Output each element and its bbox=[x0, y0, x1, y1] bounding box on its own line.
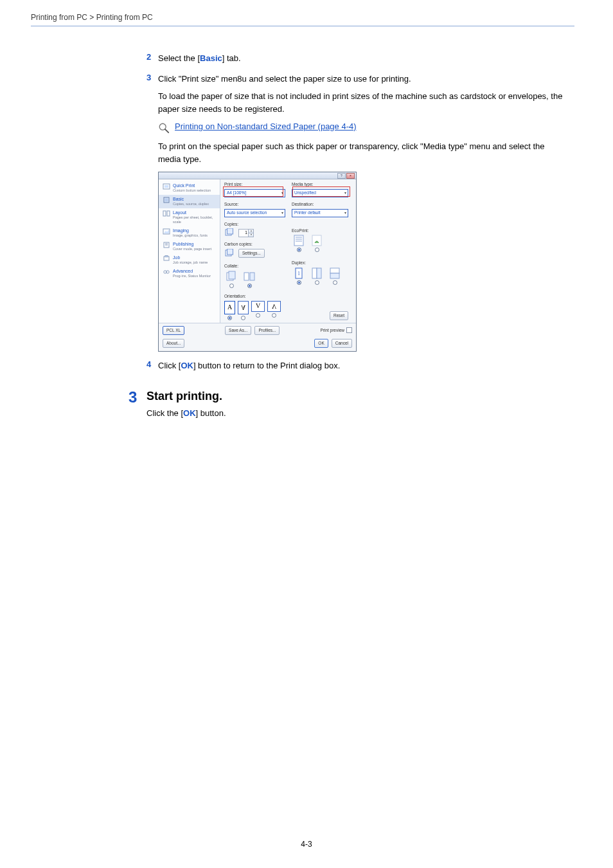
step-2-number: 2 bbox=[147, 52, 158, 62]
sidebar-item-advanced[interactable]: AdvancedProg-ins, Status Monitor bbox=[159, 267, 220, 280]
big-step-3-title: Start printing. bbox=[147, 390, 226, 403]
sidebar-item-sub: Copies, source, duplex bbox=[173, 202, 209, 206]
big-step-3: 3 Start printing. Click the [OK] button. bbox=[129, 390, 568, 418]
step-3: 3 Click "Print size" men8u and select th… bbox=[147, 73, 568, 86]
dialog-sidebar: Quick PrintCustom button selection Basic… bbox=[159, 179, 220, 323]
dialog-main: Print size: A4 [100%]▾ Source: Auto sour… bbox=[220, 179, 356, 323]
save-as-button[interactable]: Save As... bbox=[225, 326, 251, 335]
radio-icon bbox=[229, 284, 234, 288]
svg-rect-5 bbox=[165, 198, 168, 201]
sidebar-item-layout[interactable]: LayoutPages per sheet, booklet, scale bbox=[159, 208, 220, 226]
svg-rect-24 bbox=[250, 273, 254, 280]
collate-opt-on[interactable] bbox=[242, 271, 256, 288]
sidebar-item-label: Publishing bbox=[173, 242, 211, 247]
sidebar-item-imaging[interactable]: ImagingImage, graphics, fonts bbox=[159, 226, 220, 240]
settings-button[interactable]: Settings... bbox=[238, 249, 265, 258]
sidebar-item-basic[interactable]: BasicCopies, source, duplex bbox=[159, 195, 220, 208]
orientation-portrait-rotated[interactable]: A bbox=[238, 301, 249, 320]
sidebar-item-publishing[interactable]: PublishingCover mode, page insert bbox=[159, 240, 220, 253]
orientation-landscape-rotated[interactable]: V bbox=[267, 301, 281, 320]
big-step-3-link-ok: OK bbox=[183, 408, 196, 418]
chevron-down-icon: ▾ bbox=[344, 211, 346, 215]
radio-icon bbox=[333, 280, 337, 285]
svg-rect-18 bbox=[227, 228, 233, 234]
advanced-icon bbox=[163, 269, 170, 275]
basic-icon bbox=[163, 197, 170, 203]
sidebar-item-job[interactable]: JobJob storage, job name bbox=[159, 253, 220, 267]
svg-rect-34 bbox=[330, 268, 339, 273]
svg-rect-14 bbox=[165, 255, 168, 257]
imaging-icon bbox=[163, 228, 170, 235]
step-2: 2 Select the [Basic] tab. bbox=[147, 52, 568, 65]
copies-spinner[interactable]: 1 ▴▾ bbox=[238, 229, 254, 237]
ecoprint-off[interactable] bbox=[292, 235, 306, 252]
step-3-number: 3 bbox=[147, 73, 158, 82]
label-copies: Copies: bbox=[224, 222, 285, 227]
combo-source[interactable]: Auto source selection▾ bbox=[224, 209, 285, 217]
spinner-down-icon[interactable]: ▾ bbox=[248, 233, 253, 237]
duplex-short-edge[interactable] bbox=[328, 267, 342, 285]
combo-media-type-value: Unspecified bbox=[294, 190, 316, 195]
label-ecoprint: EcoPrint: bbox=[292, 228, 348, 233]
print-preview-checkbox[interactable]: Print preview bbox=[320, 327, 352, 333]
duplex-off[interactable]: 1 bbox=[292, 267, 306, 285]
print-preview-label: Print preview bbox=[320, 328, 344, 333]
step-4-text-b: ] button to return to the Print dialog b… bbox=[193, 361, 340, 370]
radio-icon bbox=[256, 313, 260, 318]
xref-link-nonstandard-paper[interactable]: Printing on Non-standard Sized Paper (pa… bbox=[175, 122, 357, 131]
ok-button[interactable]: OK bbox=[314, 339, 328, 348]
cancel-button[interactable]: Cancel bbox=[332, 339, 352, 348]
svg-marker-9 bbox=[164, 230, 169, 233]
label-media-type: Media type: bbox=[292, 182, 348, 187]
profiles-button[interactable]: Profiles... bbox=[254, 326, 280, 335]
publishing-icon bbox=[163, 242, 170, 248]
step-4-text-a: Click [ bbox=[158, 361, 181, 370]
step-4-link-ok: OK bbox=[181, 361, 193, 370]
sidebar-item-sub: Custom button selection bbox=[173, 188, 211, 193]
label-orientation: Orientation: bbox=[224, 294, 285, 299]
layout-icon bbox=[163, 210, 170, 217]
svg-rect-7 bbox=[167, 211, 170, 216]
combo-destination[interactable]: Printer default▾ bbox=[292, 209, 348, 217]
page-number: 4-3 bbox=[0, 840, 613, 849]
window-close-button[interactable]: × bbox=[346, 173, 355, 179]
step-3-paragraph-1: To load the paper of size that is not in… bbox=[158, 90, 568, 115]
combo-print-size[interactable]: A4 [100%]▾ bbox=[224, 189, 285, 197]
svg-rect-20 bbox=[227, 249, 233, 255]
step-2-text-a: Select the [ bbox=[158, 53, 200, 63]
label-collate: Collate: bbox=[224, 264, 285, 269]
sidebar-item-sub: Pages per sheet, booklet, scale bbox=[173, 215, 218, 224]
collate-opt-off[interactable] bbox=[224, 271, 238, 288]
label-source: Source: bbox=[224, 202, 285, 207]
svg-line-1 bbox=[165, 129, 168, 132]
svg-rect-23 bbox=[244, 273, 249, 280]
orientation-portrait[interactable]: A bbox=[224, 301, 235, 320]
combo-print-size-value: A4 [100%] bbox=[227, 190, 246, 195]
quickprint-icon bbox=[163, 183, 170, 190]
chevron-down-icon: ▾ bbox=[281, 211, 283, 215]
duplex-long-edge[interactable] bbox=[310, 267, 324, 285]
ecoprint-on[interactable] bbox=[310, 235, 324, 252]
reset-button[interactable]: Reset bbox=[330, 311, 348, 320]
radio-icon bbox=[297, 248, 301, 252]
orientation-landscape[interactable]: V bbox=[251, 301, 265, 320]
svg-text:1: 1 bbox=[298, 271, 300, 276]
chevron-down-icon: ▾ bbox=[344, 191, 346, 195]
sidebar-item-sub: Job storage, job name bbox=[173, 260, 208, 265]
step-4-number: 4 bbox=[147, 359, 158, 369]
combo-media-type[interactable]: Unspecified▾ bbox=[292, 189, 348, 197]
sidebar-item-sub: Prog-ins, Status Monitor bbox=[173, 274, 211, 278]
about-button[interactable]: About... bbox=[163, 339, 184, 348]
copies-value: 1 bbox=[245, 230, 247, 235]
step-2-text-b: ] tab. bbox=[222, 53, 241, 63]
radio-icon bbox=[315, 280, 319, 285]
radio-icon bbox=[227, 316, 232, 320]
svg-rect-35 bbox=[330, 273, 339, 278]
job-icon bbox=[163, 255, 170, 262]
sidebar-item-label: Job bbox=[173, 255, 208, 260]
window-help-button[interactable]: ? bbox=[337, 173, 346, 179]
copies-icon bbox=[224, 228, 236, 237]
sidebar-item-quick-print[interactable]: Quick PrintCustom button selection bbox=[159, 181, 220, 195]
header-rule bbox=[31, 26, 574, 26]
pcl-button[interactable]: PCL XL bbox=[163, 326, 184, 335]
